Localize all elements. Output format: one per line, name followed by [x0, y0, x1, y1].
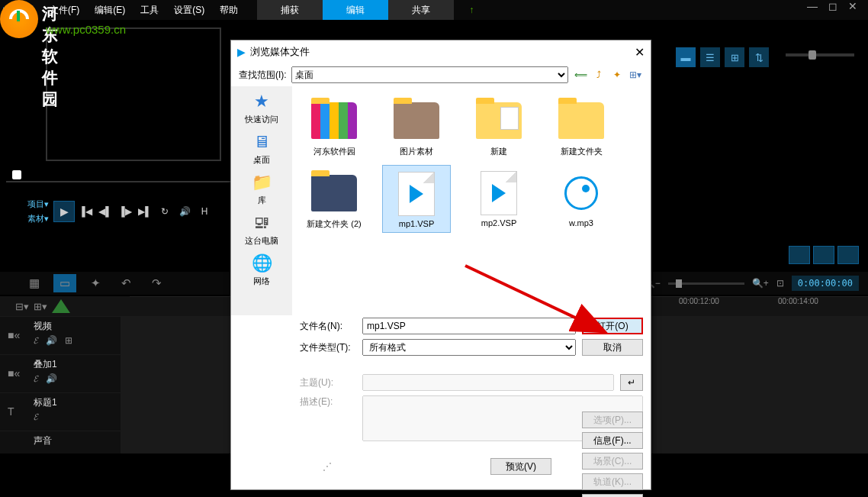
- file-name: 新建: [490, 146, 507, 157]
- file-icon: [555, 168, 607, 218]
- menu-edit[interactable]: 编辑(E): [87, 4, 133, 17]
- view-sort-button[interactable]: ⇅: [749, 47, 769, 67]
- timeline-view-button[interactable]: ▭: [53, 274, 76, 292]
- file-list[interactable]: 河东软件园图片素材新建新建文件夹新建文件夹 (2)mp1.VSPmp2.VSPw…: [292, 86, 651, 315]
- file-item[interactable]: mp1.VSP: [382, 165, 451, 233]
- repeat-button[interactable]: ↻: [156, 202, 174, 221]
- view-grid-button[interactable]: ⊞: [725, 47, 744, 67]
- place-desktop[interactable]: 🖥桌面: [249, 131, 274, 166]
- open-button[interactable]: 打开(O): [582, 318, 643, 334]
- dialog-titlebar[interactable]: ▶ 浏览媒体文件 ✕: [231, 40, 651, 63]
- next-frame-button[interactable]: ▐▶: [116, 202, 134, 221]
- file-name: 新建文件夹: [561, 146, 603, 157]
- fx-icon[interactable]: ⊞: [65, 335, 72, 346]
- view-list-button[interactable]: ☰: [700, 47, 720, 67]
- zoom-in-button[interactable]: 🔍+: [752, 278, 769, 289]
- volume-button[interactable]: 🔊: [175, 202, 194, 221]
- menu-settings[interactable]: 设置(S): [166, 4, 212, 17]
- view-thumbnail-button[interactable]: ▬: [676, 47, 696, 67]
- return-button[interactable]: ↵: [620, 374, 643, 391]
- link-icon[interactable]: 𝓔: [34, 335, 38, 346]
- nav-up-icon[interactable]: ⤴: [591, 67, 606, 82]
- subject-input[interactable]: [362, 374, 614, 391]
- redo-button[interactable]: ↷: [145, 274, 168, 292]
- storyboard-view-button[interactable]: ▦: [23, 274, 46, 292]
- timecode-display[interactable]: 0:00:00:00: [792, 276, 859, 291]
- mute-icon[interactable]: 🔊: [46, 373, 57, 384]
- nav-back-icon[interactable]: ⟸: [573, 67, 588, 82]
- link-icon[interactable]: 𝓔: [34, 411, 38, 422]
- resize-grip-icon[interactable]: ⋰: [323, 461, 332, 472]
- preview-button[interactable]: 预览(V): [490, 458, 551, 475]
- clip-label[interactable]: 素材▾: [27, 213, 49, 224]
- menu-tools[interactable]: 工具: [133, 4, 166, 17]
- close-icon[interactable]: ✕: [848, 0, 857, 12]
- file-item[interactable]: mp2.VSP: [465, 165, 533, 233]
- place-quick[interactable]: ★快速访问: [245, 91, 278, 125]
- track-button[interactable]: 轨道(K)...: [582, 473, 643, 490]
- file-item[interactable]: 新建: [465, 92, 533, 160]
- track-overlay-label: 叠加1: [34, 359, 57, 370]
- goto-start-button[interactable]: ▐◀: [76, 202, 95, 221]
- file-name: mp2.VSP: [481, 218, 516, 228]
- desc-label: 描述(E):: [300, 395, 356, 408]
- ruler-tick-12: 00:00:12:00: [679, 297, 719, 305]
- track-toggle-button[interactable]: ⊟▾: [15, 301, 29, 312]
- place-library[interactable]: 📁库: [249, 172, 274, 206]
- cancel-button[interactable]: 取消: [582, 339, 643, 356]
- maximize-icon[interactable]: ◻: [828, 0, 837, 12]
- file-icon: [391, 169, 442, 219]
- track-marker-icon[interactable]: [52, 299, 70, 313]
- place-network[interactable]: 🌐网络: [249, 253, 274, 287]
- nav-viewmenu-icon[interactable]: ⊞▾: [628, 67, 643, 82]
- nav-newfolder-icon[interactable]: ✦: [609, 67, 625, 82]
- ruler-tick-14: 00:00:14:00: [778, 297, 818, 305]
- file-item[interactable]: w.mp3: [547, 165, 616, 233]
- file-dialog: ▶ 浏览媒体文件 ✕ 查找范围(I): 桌面 ⟸ ⤴ ✦ ⊞▾ ★快速访问 🖥桌…: [230, 40, 651, 490]
- watermark-logo-icon: [0, 0, 38, 38]
- panel-switch: [789, 246, 859, 264]
- filename-input[interactable]: [362, 318, 576, 334]
- file-item[interactable]: 新建文件夹: [547, 92, 616, 160]
- tools-button[interactable]: ✦: [84, 274, 107, 292]
- minimize-icon[interactable]: —: [807, 0, 818, 12]
- hd-button[interactable]: H: [195, 202, 214, 221]
- timeline-zoom-slider[interactable]: [668, 282, 744, 285]
- link-icon[interactable]: 𝓔: [34, 373, 38, 384]
- tab-capture[interactable]: 捕获: [257, 0, 323, 20]
- file-name: mp1.VSP: [399, 219, 434, 228]
- places-bar: ★快速访问 🖥桌面 📁库 🖳这台电脑 🌐网络: [231, 86, 292, 315]
- file-item[interactable]: 图片素材: [382, 92, 451, 160]
- scene-button[interactable]: 场景(C)...: [582, 453, 643, 470]
- file-item[interactable]: 新建文件夹 (2): [300, 165, 368, 233]
- undo-button[interactable]: ↶: [114, 274, 137, 292]
- panel-btn-3[interactable]: [837, 246, 859, 264]
- preview-pane: [46, 27, 221, 161]
- upload-icon[interactable]: ↑: [469, 5, 474, 15]
- filetype-select[interactable]: 所有格式: [362, 339, 576, 356]
- playhead-scrubber[interactable]: [6, 172, 233, 190]
- panel-btn-1[interactable]: [789, 246, 810, 264]
- file-icon: [555, 95, 607, 146]
- dialog-close-button[interactable]: ✕: [635, 45, 645, 60]
- panel-btn-2[interactable]: [813, 246, 834, 264]
- mute-icon[interactable]: 🔊: [46, 335, 57, 346]
- info-button[interactable]: 信息(F)...: [582, 432, 643, 449]
- zoom-slider[interactable]: [786, 53, 854, 56]
- place-thispc[interactable]: 🖳这台电脑: [245, 212, 278, 247]
- file-name: w.mp3: [569, 218, 593, 228]
- play-button[interactable]: ▶: [53, 201, 75, 222]
- overlay-track-icon: ■«: [8, 367, 20, 379]
- prev-frame-button[interactable]: ◀▌: [96, 202, 114, 221]
- browse-button[interactable]: 浏览(B)...: [582, 494, 643, 497]
- project-label[interactable]: 项目▾: [27, 198, 49, 210]
- menu-help[interactable]: 帮助: [212, 4, 246, 17]
- tab-edit[interactable]: 编辑: [323, 0, 388, 20]
- options-button[interactable]: 选项(P)...: [582, 411, 643, 428]
- fit-button[interactable]: ⊡: [776, 278, 784, 289]
- file-item[interactable]: 河东软件园: [300, 92, 368, 160]
- goto-end-button[interactable]: ▶▌: [136, 202, 154, 221]
- tab-share[interactable]: 共享: [388, 0, 454, 20]
- lookin-select[interactable]: 桌面: [291, 66, 568, 83]
- track-add-button[interactable]: ⊞▾: [34, 301, 47, 312]
